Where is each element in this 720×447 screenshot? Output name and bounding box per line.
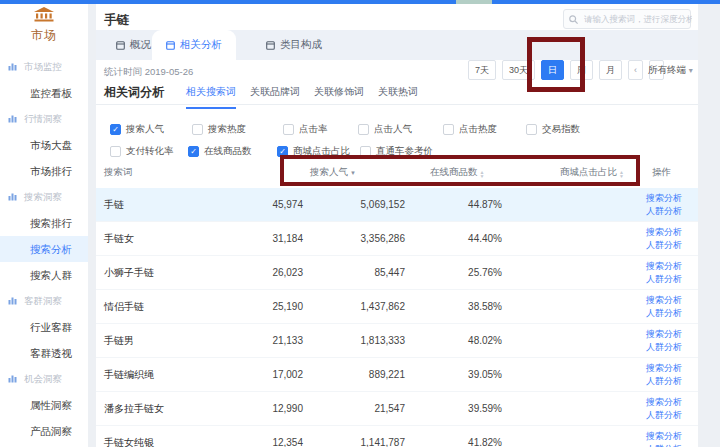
action-search-link[interactable]: 搜索分析 <box>646 260 682 273</box>
date-range-controls: 7天30天日周月‹› <box>468 60 664 80</box>
subtab-2[interactable]: 关联修饰词 <box>314 85 364 109</box>
metric-r1-checkbox-2[interactable]: 点击率 <box>283 122 328 136</box>
date-button-7天[interactable]: 7天 <box>468 60 496 80</box>
chart-icon <box>8 192 17 201</box>
market-logo-icon <box>33 7 55 22</box>
sidebar-item-11[interactable]: 客群透视 <box>0 340 88 366</box>
tab-1[interactable]: 相关分析 <box>152 30 236 60</box>
ratio-cell: 48.02% <box>431 324 502 357</box>
sidebar-item-14[interactable]: 产品洞察 <box>0 418 88 444</box>
checkbox-icon <box>283 124 294 135</box>
metric-r1-checkbox-1[interactable]: 搜索热度 <box>192 122 246 136</box>
metric-r1-checkbox-4[interactable]: 点击热度 <box>443 122 497 136</box>
col-header-search-term: 搜索词 <box>104 156 133 188</box>
search-input[interactable] <box>582 13 694 25</box>
action-crowd-link[interactable]: 人群分析 <box>646 375 682 388</box>
sidebar-item-label: 行业客群 <box>30 321 72 333</box>
action-crowd-link[interactable]: 人群分析 <box>646 443 682 447</box>
metric-r1-checkbox-0[interactable]: ✓搜索人气 <box>110 122 164 136</box>
action-search-link[interactable]: 搜索分析 <box>646 396 682 409</box>
sidebar-module-title: 市场 <box>0 27 88 44</box>
sidebar-item-3[interactable]: 市场大盘 <box>0 132 88 158</box>
action-cell: 搜索分析人群分析 <box>646 226 682 251</box>
sidebar-item-label: 产品洞察 <box>30 425 72 437</box>
chart-icon <box>8 374 17 383</box>
tab-icon <box>116 41 125 50</box>
sidebar-item-10[interactable]: 行业客群 <box>0 314 88 340</box>
date-button-30天[interactable]: 30天 <box>502 60 535 80</box>
metric-label: 点击热度 <box>459 123 497 136</box>
sort-icon: ▲▼ <box>619 170 624 178</box>
sidebar-item-12[interactable]: 机会洞察 <box>0 366 88 392</box>
prev-button[interactable]: ‹ <box>628 60 643 80</box>
popularity-cell: 21,133 <box>226 324 303 357</box>
action-search-link[interactable]: 搜索分析 <box>646 430 682 443</box>
sidebar-item-label: 市场大盘 <box>30 139 72 151</box>
sidebar-item-4[interactable]: 市场排行 <box>0 158 88 184</box>
action-crowd-link[interactable]: 人群分析 <box>646 341 682 354</box>
action-crowd-link[interactable]: 人群分析 <box>646 307 682 320</box>
col-header-ratio-sort[interactable]: 商城点击占比▲▼ <box>560 156 624 188</box>
action-search-link[interactable]: 搜索分析 <box>646 294 682 307</box>
tab-label: 概况 <box>130 38 151 52</box>
ratio-cell: 38.58% <box>431 290 502 323</box>
table-row: 潘多拉手链女12,99021,54739.59%搜索分析人群分析 <box>96 392 698 426</box>
search-term-cell: 潘多拉手链女 <box>104 392 164 425</box>
col-header-actions: 操作 <box>652 156 671 188</box>
tab-2[interactable]: 类目构成 <box>252 30 336 60</box>
metric-r1-checkbox-3[interactable]: 点击人气 <box>358 122 412 136</box>
subtab-1[interactable]: 关联品牌词 <box>250 85 300 109</box>
sort-desc-icon: ▼ <box>350 170 356 176</box>
keyword-search-box[interactable] <box>563 9 691 29</box>
action-crowd-link[interactable]: 人群分析 <box>646 239 682 252</box>
sidebar-item-8[interactable]: 搜索人群 <box>0 262 88 288</box>
sidebar-item-6[interactable]: 搜索排行 <box>0 210 88 236</box>
popularity-cell: 31,184 <box>226 222 303 255</box>
table-row: 手链女纯银12,3541,141,78741.82%搜索分析人群分析 <box>96 426 698 447</box>
action-crowd-link[interactable]: 人群分析 <box>646 409 682 422</box>
sidebar-item-0[interactable]: 市场监控 <box>0 54 88 80</box>
popularity-cell: 12,990 <box>226 392 303 425</box>
date-button-日[interactable]: 日 <box>541 60 564 80</box>
action-search-link[interactable]: 搜索分析 <box>646 226 682 239</box>
sidebar-item-1[interactable]: 监控看板 <box>0 80 88 106</box>
tab-icon <box>266 41 275 50</box>
col-header-popularity-sort[interactable]: 搜索人气▼ <box>310 156 356 189</box>
col-header-products-sort[interactable]: 在线商品数▲▼ <box>430 156 484 188</box>
terminal-dropdown[interactable]: 所有终端 ▾ <box>648 64 693 77</box>
action-search-link[interactable]: 搜索分析 <box>646 362 682 375</box>
metric-label: 点击人气 <box>374 123 412 136</box>
action-search-link[interactable]: 搜索分析 <box>646 328 682 341</box>
date-button-周[interactable]: 周 <box>570 60 593 80</box>
metric-r1-checkbox-5[interactable]: 交易指数 <box>526 122 580 136</box>
table-row: 情侣手链25,1901,437,86238.58%搜索分析人群分析 <box>96 290 698 324</box>
ratio-cell: 44.87% <box>431 188 502 221</box>
action-cell: 搜索分析人群分析 <box>646 260 682 285</box>
date-button-月[interactable]: 月 <box>599 60 622 80</box>
sidebar-item-13[interactable]: 属性洞察 <box>0 392 88 418</box>
action-search-link[interactable]: 搜索分析 <box>646 192 682 205</box>
search-term-cell: 手链女 <box>104 222 134 255</box>
tab-label: 相关分析 <box>180 38 222 52</box>
checkbox-icon <box>443 124 454 135</box>
table-row: 小狮子手链26,02385,44725.76%搜索分析人群分析 <box>96 256 698 290</box>
sidebar-item-label: 市场排行 <box>30 165 72 177</box>
sidebar-item-2[interactable]: 行情洞察 <box>0 106 88 132</box>
metric-label: 交易指数 <box>542 123 580 136</box>
metric-label: 搜索热度 <box>208 123 246 136</box>
sidebar-item-7[interactable]: 搜索分析 <box>0 236 88 262</box>
action-crowd-link[interactable]: 人群分析 <box>646 205 682 218</box>
subtab-3[interactable]: 关联热词 <box>378 85 418 109</box>
action-crowd-link[interactable]: 人群分析 <box>646 273 682 286</box>
col-header-popularity: 搜索人气 <box>310 166 348 177</box>
popularity-cell: 17,002 <box>226 358 303 391</box>
sidebar-item-5[interactable]: 搜索洞察 <box>0 184 88 210</box>
checkbox-icon: ✓ <box>188 146 199 157</box>
ratio-cell: 41.82% <box>431 426 502 447</box>
sidebar-item-9[interactable]: 客群洞察 <box>0 288 88 314</box>
subtab-0[interactable]: 相关搜索词 <box>186 85 236 109</box>
col-header-ratio: 商城点击占比 <box>560 166 617 177</box>
checkbox-icon <box>360 146 371 157</box>
products-cell: 21,547 <box>321 392 405 425</box>
sidebar-item-label: 行情洞察 <box>24 113 62 124</box>
